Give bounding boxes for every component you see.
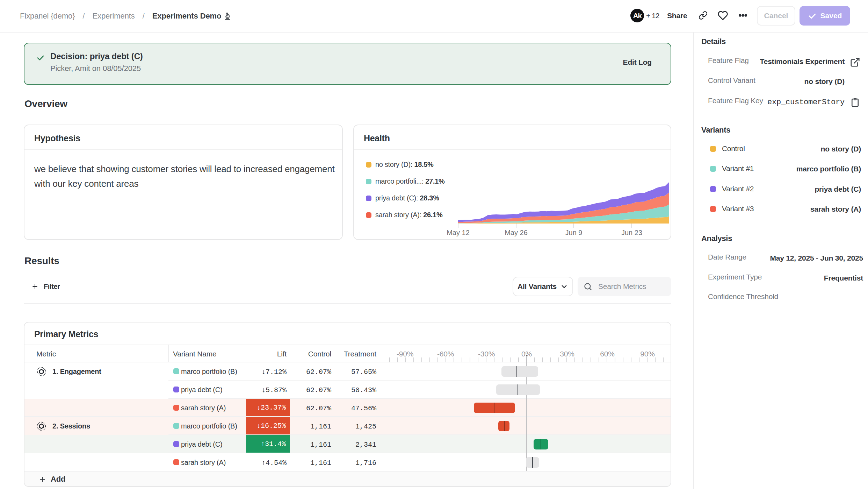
svg-text:Jun 23: Jun 23 bbox=[621, 229, 642, 236]
svg-text:Jun 9: Jun 9 bbox=[565, 229, 583, 236]
svg-text:May 26: May 26 bbox=[505, 229, 528, 236]
svg-text:May 12: May 12 bbox=[447, 229, 470, 236]
